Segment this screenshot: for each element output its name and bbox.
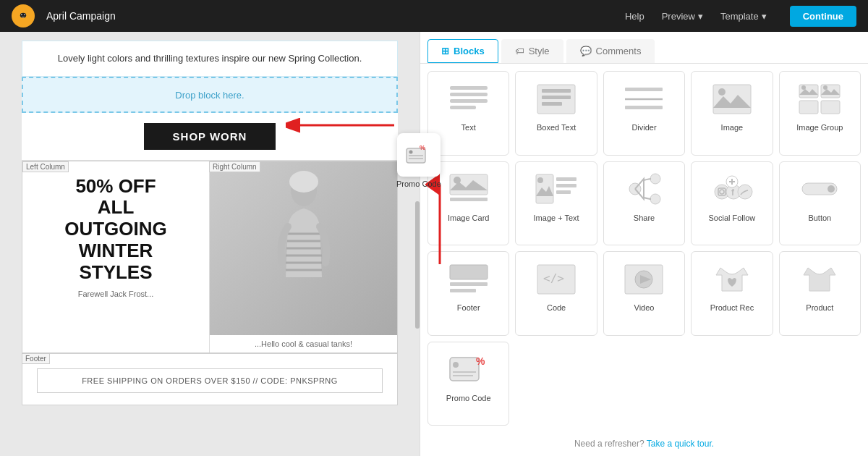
block-boxed-text[interactable]: Boxed Text	[515, 71, 597, 156]
svg-point-2	[21, 14, 22, 16]
svg-rect-25	[542, 96, 571, 99]
video-block-icon	[618, 259, 669, 299]
block-footer[interactable]: Footer	[427, 251, 509, 336]
quick-tour-link[interactable]: Take a quick tour.	[647, 439, 714, 449]
block-image[interactable]: Image	[691, 71, 773, 156]
template-dropdown[interactable]: Template ▾	[720, 11, 767, 22]
svg-rect-27	[625, 88, 663, 91]
block-code-label: Code	[547, 303, 566, 312]
shop-worn-button[interactable]: SHOP WORN	[144, 123, 276, 150]
two-column-section: Left Column Right Column 50% OFF ALL OUT…	[22, 161, 398, 353]
block-product-rec[interactable]: Product Rec	[691, 251, 773, 336]
block-product[interactable]: Product	[779, 251, 861, 336]
right-col-caption: ...Hello cool & casual tanks!	[210, 335, 397, 352]
tab-style[interactable]: 🏷 Style	[501, 39, 563, 63]
product-rec-block-icon	[707, 259, 757, 299]
svg-rect-43	[556, 177, 576, 181]
block-image-text[interactable]: Image + Text	[515, 161, 597, 246]
comments-icon: 💬	[580, 46, 592, 56]
svg-point-13	[409, 151, 412, 154]
block-divider[interactable]: Divider	[603, 71, 685, 156]
footer-block-icon	[443, 259, 494, 299]
refresher-text: Need a refresher?	[574, 439, 644, 449]
svg-rect-37	[821, 101, 840, 114]
svg-point-5	[289, 171, 318, 193]
svg-point-42	[537, 177, 543, 183]
footer-section: Footer FREE SHIPPING ON ORDERS OVER $150…	[22, 353, 398, 405]
refresher-area: Need a refresher? Take a quick tour.	[420, 433, 868, 456]
svg-rect-36	[799, 101, 818, 114]
svg-point-3	[24, 14, 25, 16]
tab-comments[interactable]: 💬 Comments	[566, 39, 655, 63]
image-text-block-icon	[531, 169, 582, 209]
block-image-group-label: Image Group	[796, 123, 843, 132]
blocks-panel: ⊞ Blocks 🏷 Style 💬 Comments	[420, 32, 868, 456]
promo-code-draggable[interactable]: % Promo Code	[396, 133, 441, 188]
divider-block-icon	[618, 79, 669, 119]
svg-rect-22	[450, 106, 476, 109]
tab-blocks[interactable]: ⊞ Blocks	[427, 39, 498, 63]
block-code[interactable]: </> Code	[515, 251, 597, 336]
block-share[interactable]: Share	[603, 161, 685, 246]
preview-dropdown[interactable]: Preview ▾	[662, 11, 703, 22]
svg-rect-19	[450, 86, 488, 90]
left-column-label: Left Column	[22, 161, 69, 172]
footer-content: FREE SHIPPING ON ORDERS OVER $150 // COD…	[22, 353, 398, 405]
shop-button-block[interactable]: SHOP WORN	[22, 113, 398, 160]
text-block-icon	[443, 79, 494, 119]
svg-rect-26	[542, 102, 562, 106]
social-follow-block-icon: f	[707, 169, 757, 209]
block-button-label: Button	[808, 214, 831, 222]
block-promo-code-label: Promo Code	[446, 394, 491, 402]
image-block-icon	[707, 79, 757, 119]
svg-rect-29	[625, 106, 663, 109]
block-divider-label: Divider	[631, 123, 656, 132]
svg-rect-44	[556, 184, 576, 187]
block-text-label: Text	[461, 123, 476, 132]
svg-point-48	[650, 194, 660, 204]
block-image-text-label: Image + Text	[534, 214, 579, 222]
svg-rect-24	[542, 89, 571, 93]
promo-code-block-icon: %	[443, 350, 494, 389]
svg-rect-60	[450, 265, 488, 279]
svg-rect-62	[450, 289, 476, 292]
drop-block-area[interactable]: Drop block here.	[22, 77, 398, 113]
block-image-card-label: Image Card	[448, 214, 489, 222]
right-column-label: Right Column	[209, 161, 260, 172]
image-card-block-icon	[443, 169, 494, 209]
left-column: 50% OFF ALL OUTGOING WINTER STYLES Farew…	[22, 161, 210, 352]
svg-point-33	[801, 85, 806, 90]
email-header-block[interactable]: Lovely light colors and thrilling textur…	[22, 41, 398, 77]
block-button[interactable]: Button	[779, 161, 861, 246]
svg-point-39	[454, 177, 461, 184]
block-video[interactable]: Video	[603, 251, 685, 336]
promo-drag-label: Promo Code	[396, 180, 441, 188]
share-block-icon	[618, 169, 669, 209]
email-canvas: Lovely light colors and thrilling textur…	[22, 41, 398, 405]
product-block-icon	[794, 259, 845, 299]
right-col-image	[210, 161, 397, 335]
scroll-indicator[interactable]	[415, 201, 420, 329]
farewell-text: Farewell Jack Frost...	[34, 290, 197, 298]
block-promo-code[interactable]: % Promo Code	[427, 342, 509, 426]
block-footer-label: Footer	[457, 303, 480, 312]
svg-point-35	[823, 85, 827, 90]
block-social-follow[interactable]: f Social Follow	[691, 161, 773, 246]
svg-rect-20	[450, 93, 488, 96]
svg-text:</>: </>	[543, 271, 564, 285]
editor-panel: Lovely light colors and thrilling textur…	[0, 32, 420, 456]
header-text: Lovely light colors and thrilling textur…	[58, 53, 362, 64]
footer-shipping-text: FREE SHIPPING ON ORDERS OVER $150 // COD…	[37, 368, 383, 393]
drop-block-text: Drop block here.	[175, 90, 244, 101]
block-social-follow-label: Social Follow	[708, 214, 755, 222]
svg-rect-45	[556, 190, 571, 194]
help-link[interactable]: Help	[625, 11, 644, 22]
woman-silhouette	[268, 169, 340, 328]
svg-rect-40	[450, 198, 488, 201]
continue-button[interactable]: Continue	[790, 6, 856, 27]
block-share-label: Share	[634, 214, 655, 222]
svg-rect-61	[450, 282, 488, 286]
svg-point-1	[20, 13, 26, 18]
svg-point-47	[650, 174, 660, 184]
block-image-group[interactable]: Image Group	[779, 71, 861, 156]
